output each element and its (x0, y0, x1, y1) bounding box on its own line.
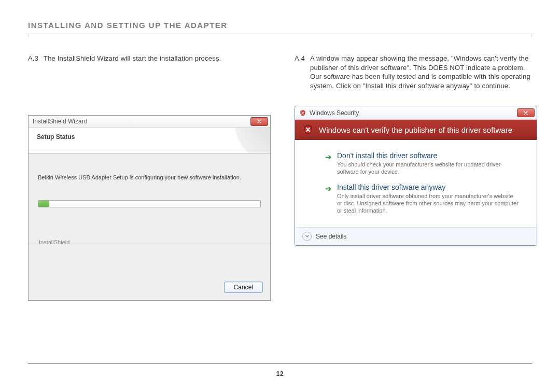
step-a4-text: A window may appear showing the message,… (310, 54, 537, 90)
progress-bar (38, 200, 261, 207)
step-a4-num: A.4 (295, 54, 310, 90)
security-see-details[interactable]: See details (295, 227, 537, 245)
security-option1-desc: You should check your manufacturer's web… (337, 161, 519, 176)
shield-icon (299, 109, 306, 117)
step-a4: A.4 A window may appear showing the mess… (295, 54, 537, 90)
security-window-title: Windows Security (310, 109, 359, 117)
close-icon[interactable] (250, 117, 268, 126)
step-a3-text: The InstallShield Wizard will start the … (44, 54, 271, 63)
security-option2-desc: Only install driver software obtained fr… (337, 192, 519, 215)
divider-bottom (28, 363, 532, 364)
cancel-button[interactable]: Cancel (224, 282, 263, 293)
security-option1-headline: Don't install this driver software (337, 151, 519, 160)
arrow-right-icon: ➔ (325, 152, 332, 176)
security-option-install-anyway[interactable]: ➔ Install this driver software anyway On… (325, 183, 527, 215)
installshield-heading-area: Setup Status (29, 128, 270, 153)
figure-windows-security: Windows Security Windows can't verify th… (295, 106, 537, 245)
shield-icon (302, 124, 314, 135)
page-curl-decoration (223, 128, 270, 153)
arrow-right-icon: ➔ (325, 184, 332, 215)
installshield-window: InstallShield Wizard Setup Status Belkin… (28, 115, 271, 301)
security-banner-text: Windows can't verify the publisher of th… (319, 125, 512, 134)
step-a3: A.3 The InstallShield Wizard will start … (28, 54, 271, 63)
installshield-titlebar: InstallShield Wizard (29, 116, 270, 128)
divider-top (28, 34, 532, 34)
installshield-message: Belkin Wireless USB Adapter Setup is con… (38, 174, 261, 180)
security-banner: Windows can't verify the publisher of th… (295, 120, 537, 140)
section-title: INSTALLING AND SETTING UP THE ADAPTER (28, 21, 532, 30)
security-option-dont-install[interactable]: ➔ Don't install this driver software You… (325, 151, 527, 176)
page-number: 12 (0, 370, 560, 377)
installshield-window-title: InstallShield Wizard (33, 118, 87, 125)
progress-bar-fill (38, 201, 49, 207)
close-icon[interactable] (517, 108, 535, 117)
step-a3-num: A.3 (28, 54, 44, 63)
installshield-heading: Setup Status (37, 133, 75, 141)
installshield-brand: InstallShield (39, 239, 69, 245)
security-dialog: Windows Security Windows can't verify th… (295, 106, 537, 245)
chevron-down-icon (302, 232, 312, 241)
security-titlebar: Windows Security (295, 106, 537, 120)
security-option2-headline: Install this driver software anyway (337, 183, 519, 191)
figure-installshield: InstallShield Wizard Setup Status Belkin… (28, 115, 271, 301)
security-see-details-label: See details (316, 233, 346, 240)
